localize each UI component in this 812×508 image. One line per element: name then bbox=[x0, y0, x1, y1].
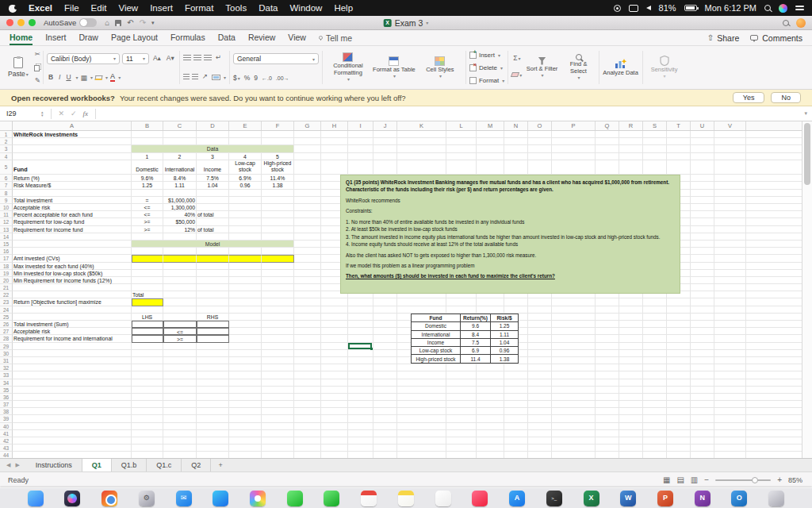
cell-O42[interactable] bbox=[528, 437, 552, 444]
cell-U30[interactable] bbox=[691, 350, 714, 357]
screen-record-icon[interactable] bbox=[614, 5, 621, 12]
cell-F31[interactable] bbox=[262, 357, 294, 364]
sensitivity-button[interactable]: Sensitivity▾ bbox=[646, 56, 683, 79]
cell-R24[interactable] bbox=[619, 306, 643, 314]
cell-G5[interactable] bbox=[294, 160, 321, 175]
menu-format[interactable]: Format bbox=[185, 3, 213, 13]
cell-U2[interactable] bbox=[691, 138, 714, 145]
cell-H34[interactable] bbox=[321, 379, 348, 387]
cell-C8[interactable] bbox=[163, 190, 197, 197]
cell-V14[interactable] bbox=[714, 233, 746, 241]
cell-S29[interactable] bbox=[643, 343, 667, 350]
row-header-23[interactable]: 23 bbox=[0, 298, 13, 306]
cell-M38[interactable] bbox=[477, 408, 504, 415]
fund-table-cell-1-1[interactable]: Domestic bbox=[412, 322, 461, 330]
menu-window[interactable]: Window bbox=[289, 3, 322, 13]
cell-C14[interactable] bbox=[163, 233, 197, 241]
cell-H25[interactable] bbox=[321, 314, 348, 321]
cell-X35[interactable] bbox=[746, 387, 810, 394]
cell-A43[interactable] bbox=[13, 444, 132, 452]
cell-O4[interactable] bbox=[528, 153, 552, 160]
cell-V11[interactable] bbox=[714, 211, 746, 218]
cell-I24[interactable] bbox=[348, 306, 373, 314]
cell-G33[interactable] bbox=[294, 371, 321, 379]
cell-M37[interactable] bbox=[477, 401, 504, 408]
cell-U5[interactable] bbox=[691, 160, 714, 175]
cell-J4[interactable] bbox=[373, 153, 397, 160]
cell-F42[interactable] bbox=[262, 437, 294, 444]
cell-P41[interactable] bbox=[552, 430, 596, 437]
cell-T1[interactable] bbox=[667, 131, 691, 138]
row-header-12[interactable]: 12 bbox=[0, 218, 13, 225]
cell-T3[interactable] bbox=[667, 145, 691, 152]
cell-D34[interactable] bbox=[197, 379, 229, 387]
cell-R31[interactable] bbox=[619, 357, 643, 364]
cell-E38[interactable] bbox=[229, 408, 262, 415]
cell-X24[interactable] bbox=[746, 306, 810, 314]
cell-V1[interactable] bbox=[714, 131, 746, 138]
cell-R1[interactable] bbox=[619, 131, 643, 138]
cell-T31[interactable] bbox=[667, 357, 691, 364]
cell-G21[interactable] bbox=[294, 284, 321, 291]
cell-C18[interactable] bbox=[163, 263, 197, 270]
ribbon-tab-insert[interactable]: Insert bbox=[45, 30, 66, 45]
orientation-button[interactable]: ↗ bbox=[201, 73, 209, 80]
cell-T29[interactable] bbox=[667, 343, 691, 350]
cell-S44[interactable] bbox=[643, 452, 667, 458]
cell-B5[interactable]: Domestic bbox=[132, 160, 163, 175]
sheet-tab-q2[interactable]: Q2 bbox=[182, 459, 211, 471]
cell-G42[interactable] bbox=[294, 437, 321, 444]
cell-J1[interactable] bbox=[373, 131, 397, 138]
cell-M33[interactable] bbox=[477, 371, 504, 379]
cell-R5[interactable] bbox=[619, 160, 643, 175]
dock-icon-photos[interactable] bbox=[250, 491, 266, 506]
cell-F23[interactable] bbox=[262, 298, 294, 306]
cell-P33[interactable] bbox=[552, 371, 596, 379]
cell-O25[interactable] bbox=[528, 314, 552, 321]
cell-D33[interactable] bbox=[197, 371, 229, 379]
dock-icon-siri[interactable] bbox=[64, 491, 80, 506]
cell-A42[interactable] bbox=[13, 437, 132, 444]
cell-F22[interactable] bbox=[262, 291, 294, 298]
cell-X22[interactable] bbox=[746, 291, 810, 298]
cell-U28[interactable] bbox=[691, 335, 714, 342]
cell-C37[interactable] bbox=[163, 401, 197, 408]
cell-B40[interactable] bbox=[132, 423, 163, 430]
cell-G20[interactable] bbox=[294, 277, 321, 284]
fund-table-header-3[interactable]: Risk/$ bbox=[491, 314, 519, 322]
cell-A24[interactable] bbox=[13, 306, 132, 314]
cell-G40[interactable] bbox=[294, 423, 321, 430]
cell-V32[interactable] bbox=[714, 364, 746, 371]
cell-U8[interactable] bbox=[691, 190, 714, 197]
cell-B41[interactable] bbox=[132, 430, 163, 437]
cell-Q27[interactable] bbox=[596, 328, 619, 335]
cell-G27[interactable] bbox=[294, 328, 321, 335]
cell-G25[interactable] bbox=[294, 314, 321, 321]
cell-F44[interactable] bbox=[262, 452, 294, 458]
fund-table-header-1[interactable]: Fund bbox=[412, 314, 461, 322]
cell-O1[interactable] bbox=[528, 131, 552, 138]
cell-F25[interactable] bbox=[262, 314, 294, 321]
cell-N4[interactable] bbox=[504, 153, 528, 160]
increase-indent-button[interactable] bbox=[192, 74, 198, 80]
vertical-scrollbar-thumb[interactable] bbox=[804, 123, 810, 185]
cell-U9[interactable] bbox=[691, 197, 714, 204]
cell-M34[interactable] bbox=[477, 379, 504, 387]
cell-B12[interactable]: >= bbox=[132, 218, 163, 225]
cell-V33[interactable] bbox=[714, 371, 746, 379]
cell-O41[interactable] bbox=[528, 430, 552, 437]
cell-Q35[interactable] bbox=[596, 387, 619, 394]
cell-O44[interactable] bbox=[528, 452, 552, 458]
cell-J42[interactable] bbox=[373, 437, 397, 444]
sheet-tab-instructions[interactable]: Instructions bbox=[26, 459, 82, 471]
cell-C6[interactable]: 8.4% bbox=[163, 175, 197, 182]
cell-G9[interactable] bbox=[294, 197, 321, 204]
cell-G32[interactable] bbox=[294, 364, 321, 371]
cell-R38[interactable] bbox=[619, 408, 643, 415]
column-header-D[interactable]: D bbox=[197, 121, 229, 130]
cell-P39[interactable] bbox=[552, 415, 596, 422]
fund-table-cell-5-2[interactable]: 11.4 bbox=[461, 355, 491, 363]
bold-button[interactable]: B bbox=[47, 74, 55, 81]
cell-X20[interactable] bbox=[746, 277, 810, 284]
cell-G15[interactable] bbox=[294, 241, 321, 248]
